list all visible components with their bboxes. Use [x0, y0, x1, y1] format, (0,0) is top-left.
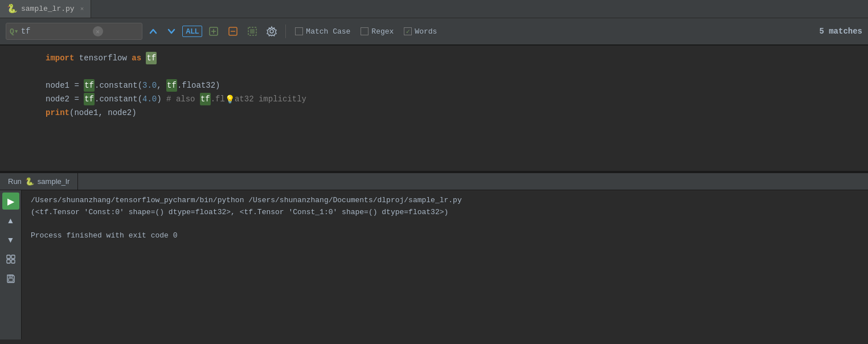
tf-match-1: tf [146, 52, 157, 64]
find-all-label: ALL [186, 27, 199, 35]
words-label: Words [415, 27, 437, 36]
tf-match-5: tf [200, 93, 211, 105]
find-all-button[interactable]: ALL [182, 26, 202, 37]
regex-checkbox[interactable] [361, 27, 369, 35]
svg-rect-10 [7, 260, 10, 263]
run-python-icon: 🐍 [25, 177, 34, 186]
matches-count: 5 matches [819, 27, 862, 36]
tf-match-2: tf [84, 79, 95, 92]
run-scroll-down-button[interactable]: ▼ [2, 231, 19, 248]
tab-filename: sample_lr.py [21, 5, 75, 13]
rerun-icon [6, 254, 16, 264]
code-line-3: node1 = tf .constant( 3.0 , tf .float32) [0, 79, 868, 92]
search-next-button[interactable] [164, 25, 179, 38]
words-option[interactable]: ✓ Words [400, 26, 440, 37]
remove-occurrence-button[interactable] [225, 24, 241, 39]
search-bar: Q▾ ✕ ALL [0, 18, 868, 46]
lightbulb-icon: 💡 [225, 93, 235, 106]
match-case-option[interactable]: Match Case [292, 26, 354, 37]
file-tab[interactable]: 🐍 sample_lr.py × [0, 0, 91, 18]
run-content: ▶ ▲ ▼ /Users/s [0, 190, 868, 339]
arrow-up-icon [148, 26, 158, 36]
remove-occurrence-icon [227, 26, 239, 37]
words-checkbox[interactable]: ✓ [404, 27, 412, 35]
run-tab-filename: sample_lr [38, 177, 69, 186]
search-clear-button[interactable]: ✕ [93, 26, 103, 36]
run-label: Run [8, 177, 22, 186]
select-occurrences-icon [247, 26, 258, 37]
code-line-2 [0, 65, 868, 79]
svg-rect-9 [11, 255, 15, 259]
select-occurrences-button[interactable] [244, 24, 260, 39]
keyword-print: print [46, 107, 69, 119]
match-case-checkbox[interactable] [295, 27, 303, 35]
code-line-5: print (node1, node2) [0, 106, 868, 120]
keyword-import: import [46, 52, 74, 64]
output-line-2: (<tf.Tensor 'Const:0' shape=() dtype=flo… [31, 207, 859, 219]
svg-rect-8 [7, 255, 10, 259]
run-sidebar: ▶ ▲ ▼ [0, 190, 22, 339]
regex-option[interactable]: Regex [357, 26, 397, 37]
run-save-button[interactable] [2, 270, 19, 287]
run-tab[interactable]: Run 🐍 sample_lr [0, 173, 78, 190]
match-case-label: Match Case [306, 27, 350, 36]
search-input[interactable] [21, 27, 89, 36]
separator [285, 24, 286, 38]
tab-close-button[interactable]: × [80, 6, 84, 13]
checkmark-icon: ✓ [406, 27, 410, 36]
run-tab-bar: Run 🐍 sample_lr [0, 173, 868, 190]
output-line-1: /Users/shunanzhang/tensorflow_pycharm/bi… [31, 195, 859, 207]
code-line-4: node2 = tf .constant( 4.0 ) # also tf .f… [0, 92, 868, 106]
add-occurrence-button[interactable] [206, 24, 222, 39]
code-editor[interactable]: import tensorflow as tf node1 = tf .cons… [0, 46, 868, 171]
svg-rect-11 [11, 260, 15, 263]
regex-label: Regex [371, 27, 394, 36]
run-scroll-up-button[interactable]: ▲ [2, 212, 19, 229]
output-line-3 [31, 219, 859, 231]
search-settings-button[interactable] [264, 24, 280, 39]
save-icon [6, 273, 16, 284]
tf-match-4: tf [84, 93, 95, 105]
run-play-button[interactable]: ▶ [2, 193, 19, 210]
gear-icon [266, 26, 277, 37]
arrow-down-icon [166, 26, 177, 36]
tf-match-3: tf [166, 79, 177, 92]
search-input-wrapper[interactable]: Q▾ ✕ [6, 23, 142, 40]
run-rerun-button[interactable] [2, 251, 19, 268]
svg-rect-6 [250, 29, 255, 34]
code-line-1: import tensorflow as tf [0, 51, 868, 65]
add-occurrence-icon [208, 26, 219, 37]
run-output: /Users/shunanzhang/tensorflow_pycharm/bi… [22, 190, 868, 339]
tab-bar: 🐍 sample_lr.py × [0, 0, 868, 18]
svg-point-7 [270, 30, 273, 33]
svg-rect-13 [9, 279, 13, 281]
keyword-as: as [132, 52, 141, 64]
output-line-4: Process finished with exit code 0 [31, 230, 859, 242]
search-query-icon: Q▾ [10, 27, 19, 36]
python-file-icon: 🐍 [7, 3, 18, 14]
search-prev-button[interactable] [146, 25, 161, 38]
run-panel: Run 🐍 sample_lr ▶ ▲ ▼ [0, 173, 868, 339]
